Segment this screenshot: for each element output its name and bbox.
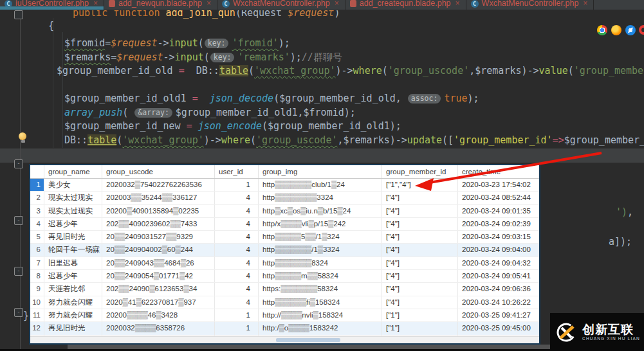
table-row[interactable]: 11努力就会闪耀20200▒▒▒▒46▒34281http://▒▒▒▒nvli… bbox=[30, 309, 539, 322]
table-row[interactable]: 3现实太过现实20200▒4090135894▒022354http▒xc▒os… bbox=[30, 205, 539, 218]
code-token: , bbox=[396, 93, 407, 104]
fold-marker[interactable]: - bbox=[14, 216, 23, 225]
firefox-icon[interactable] bbox=[611, 25, 621, 35]
table-row[interactable]: 6轮回千年一场寐20▒▒240904002▒60▒2444http▒▒▒▒▒▒▒… bbox=[30, 244, 539, 256]
row-number[interactable]: 12 bbox=[30, 322, 44, 334]
fold-marker[interactable]: - bbox=[14, 308, 23, 317]
cell-create-time: 2020-03-25 09:41:27 bbox=[458, 309, 539, 321]
table-row[interactable]: 7旧里迟暮20▒▒2409043▒▒4684▒264http▒▒▒▒▒▒▒832… bbox=[30, 257, 539, 270]
cell-group-img: http▒▒▒▒▒5▒▒/1▒324 bbox=[259, 231, 382, 243]
code-token: => bbox=[553, 134, 564, 146]
safari-icon[interactable] bbox=[625, 25, 636, 35]
watermark-en-text: CHUANG XIN HU LIAN bbox=[582, 336, 640, 341]
cell-group-name: 再见旧时光 bbox=[44, 231, 102, 243]
code-token: $remarks bbox=[344, 134, 390, 146]
code-token: $fromid bbox=[64, 37, 105, 49]
column-header[interactable]: group_uscode bbox=[102, 165, 215, 178]
table-row[interactable]: 5再见旧时光20▒▒2409031527▒▒93294http▒▒▒▒▒5▒▒/… bbox=[30, 231, 539, 244]
table-row[interactable]: 10努力就会闪耀2020▒41▒622370817▒9374http▒▒▒▒▒▒… bbox=[30, 296, 539, 309]
cell-user-id: 4 bbox=[215, 218, 259, 230]
scrollbar-thumb[interactable] bbox=[276, 338, 340, 342]
cell-user-id: 4 bbox=[215, 296, 259, 309]
fold-marker[interactable] bbox=[14, 10, 23, 19]
code-token: )-> bbox=[336, 65, 353, 76]
cell-group-name: 美少女 bbox=[44, 179, 102, 191]
cell-group-uscode: 20200▒4090135894▒02235 bbox=[102, 205, 215, 217]
column-header[interactable]: create_time bbox=[458, 165, 539, 178]
code-token: = bbox=[181, 120, 198, 132]
row-number[interactable]: 2 bbox=[30, 192, 44, 204]
row-number[interactable]: 7 bbox=[30, 257, 44, 269]
horizontal-scrollbar[interactable] bbox=[30, 336, 539, 343]
table-row[interactable]: 8迟暮少年20▒▒2409054▒01771▒424http▒▒▒▒▒m▒▒58… bbox=[30, 270, 539, 283]
row-number[interactable]: 9 bbox=[30, 283, 44, 295]
fold-marker[interactable]: - bbox=[14, 159, 23, 168]
row-number[interactable]: 5 bbox=[30, 231, 44, 243]
code-token: 'fromid' bbox=[232, 37, 278, 49]
table-row[interactable]: 1美少女2020032▒7540227622635361http▒▒▒▒▒▒▒c… bbox=[30, 179, 539, 192]
code-token: where bbox=[221, 134, 250, 146]
tab-add_newqun.blade.php[interactable]: add_newqun.blade.php× bbox=[104, 0, 217, 10]
column-header[interactable]: group_img bbox=[259, 165, 382, 178]
cell-group-member-id: ["4"] bbox=[382, 283, 458, 295]
cell-group-name: 天涯若比邻 bbox=[44, 283, 102, 295]
table-body: 1美少女2020032▒7540227622635361http▒▒▒▒▒▒▒c… bbox=[30, 179, 539, 345]
column-header[interactable]: group_name bbox=[44, 165, 102, 178]
code-token: json_decode bbox=[210, 93, 273, 104]
cell-user-id: 4 bbox=[215, 257, 259, 269]
cell-group-member-id: ["1","4"] bbox=[382, 179, 458, 191]
close-icon[interactable]: × bbox=[207, 0, 211, 8]
chrome-icon[interactable] bbox=[597, 25, 607, 35]
column-header[interactable]: group_member_id bbox=[382, 165, 458, 178]
code-token: )-> bbox=[522, 65, 539, 76]
tab-iuUserController.php[interactable]: CiuUserController.php× bbox=[0, 0, 104, 10]
code-token: = bbox=[187, 93, 204, 104]
code-token: ( bbox=[204, 51, 210, 63]
column-header[interactable] bbox=[30, 165, 44, 178]
code-token: 'group_uscode' bbox=[388, 65, 469, 76]
row-number[interactable]: 4 bbox=[30, 218, 44, 230]
row-number[interactable]: 3 bbox=[30, 205, 44, 217]
cell-create-time: 2020-03-24 09:03:15 bbox=[458, 231, 539, 243]
code-token: $group_member_id_new bbox=[64, 120, 181, 132]
table-row[interactable]: 9天涯若比邻202▒▒24090▒6123653▒344https:▒▒▒▒▒▒… bbox=[30, 283, 539, 296]
tab-WxchatMenuController.php[interactable]: CWxchatMenuController.php× bbox=[466, 0, 594, 10]
close-icon[interactable]: × bbox=[583, 0, 587, 8]
fold-marker[interactable]: - bbox=[14, 267, 23, 276]
code-token: true bbox=[444, 93, 467, 104]
table-row[interactable]: 2现实太过现实202003▒▒35244▒▒3361274http▒▒▒▒▒▒▒… bbox=[30, 192, 539, 204]
opera-icon[interactable] bbox=[639, 25, 644, 35]
cell-group-member-id: ["4"] bbox=[382, 257, 458, 269]
column-header[interactable]: user_id bbox=[215, 165, 259, 178]
table-row[interactable]: 12再见旧时光2020032▒▒▒▒63587261http:/▒o▒▒▒▒15… bbox=[30, 322, 539, 335]
tab-add_createqun.blade.php[interactable]: add_createqun.blade.php× bbox=[345, 0, 466, 10]
row-number[interactable]: 6 bbox=[30, 244, 44, 256]
close-icon[interactable]: × bbox=[335, 0, 339, 8]
code-token: $group_member_id_old1 bbox=[176, 107, 298, 118]
code-line: $group_member_id_new = json_encode($grou… bbox=[64, 120, 401, 132]
code-token: , bbox=[298, 107, 304, 118]
cell-group-uscode: 20▒▒2409043▒▒4684▒26 bbox=[102, 257, 215, 269]
tab-WxchatMenuController.php[interactable]: CWxchatMenuController.php× bbox=[217, 0, 345, 10]
close-icon[interactable]: × bbox=[455, 0, 460, 8]
cell-group-member-id: ["1"] bbox=[382, 309, 458, 321]
code-line: '), bbox=[616, 206, 633, 219]
table-row[interactable]: 4迟暮少年202▒▒4090239602▒▒74334http/x▒▒▒▒vli… bbox=[30, 218, 539, 231]
indent-guide bbox=[53, 18, 53, 148]
ide-window: public function add_join_qun(Request $re… bbox=[0, 0, 644, 351]
gutter-fold-line bbox=[20, 9, 21, 351]
row-number[interactable]: 1 bbox=[30, 179, 44, 191]
row-number[interactable]: 10 bbox=[30, 296, 44, 309]
row-number[interactable]: 11 bbox=[30, 309, 44, 321]
row-number[interactable]: 8 bbox=[30, 270, 44, 282]
code-token: //群聊号 bbox=[302, 51, 342, 63]
code-token: $request bbox=[111, 37, 157, 49]
cell-group-uscode: 20▒▒2409054▒01771▒42 bbox=[102, 270, 215, 282]
cell-group-name: 现实太过现实 bbox=[44, 192, 102, 204]
lightbulb-intention-icon[interactable] bbox=[19, 132, 27, 143]
cell-group-name: 迟暮少年 bbox=[44, 218, 102, 230]
table-header-row: group_namegroup_uscodeuser_idgroup_imggr… bbox=[30, 165, 539, 179]
query-results-grid[interactable]: group_namegroup_uscodeuser_idgroup_imggr… bbox=[29, 164, 540, 345]
parameter-hint-badge: key: bbox=[210, 53, 235, 62]
code-token: :: bbox=[76, 134, 87, 146]
